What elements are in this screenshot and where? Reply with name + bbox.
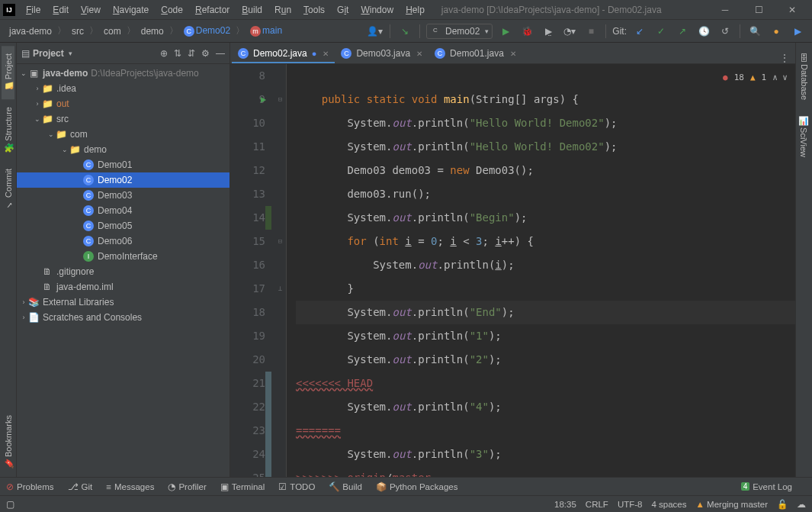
- hide-panel-icon[interactable]: —: [216, 48, 225, 59]
- tree-interface[interactable]: IDemoInterface: [17, 249, 229, 264]
- tool-git[interactable]: ⎇Git: [68, 481, 93, 492]
- expand-all-icon[interactable]: ⇅: [174, 48, 181, 59]
- menu-refactor[interactable]: Refactor: [189, 2, 236, 18]
- tree-scratch[interactable]: ›📄Scratches and Consoles: [17, 310, 229, 325]
- tool-build[interactable]: 🔨Build: [329, 481, 362, 492]
- tree-src[interactable]: ⌄📁src: [17, 111, 229, 127]
- git-history-icon[interactable]: 🕓: [695, 23, 712, 40]
- menu-window[interactable]: Window: [355, 2, 400, 18]
- fold-column[interactable]: ⊟ ⊟⊥: [274, 64, 287, 477]
- status-encoding[interactable]: UTF-8: [618, 500, 643, 509]
- crumb-method[interactable]: mmain: [247, 24, 285, 38]
- maximize-icon[interactable]: ☐: [742, 5, 775, 15]
- tool-profiler[interactable]: ◔Profiler: [168, 481, 206, 492]
- crumb-com[interactable]: com: [101, 24, 124, 38]
- panel-dropdown-icon[interactable]: ▾: [69, 50, 72, 57]
- profile-icon[interactable]: ◔▾: [561, 23, 578, 40]
- tool-problems[interactable]: ⊘Problems: [6, 481, 54, 492]
- status-position[interactable]: 18:35: [554, 500, 576, 509]
- bottom-tool-bar: ⊘Problems ⎇Git ≡Messages ◔Profiler ▣Term…: [0, 477, 812, 495]
- tree-out[interactable]: ›📁out: [17, 96, 229, 111]
- run-gutter-icon[interactable]: ▶: [261, 88, 266, 111]
- sidetab-sciview[interactable]: 📊 SciView: [798, 108, 810, 165]
- editor[interactable]: ●18 ▲1 ∧ ∨ 8 ▶9 10 11 12 13 14 15 16 17 …: [230, 64, 795, 477]
- collapse-all-icon[interactable]: ⇵: [188, 48, 195, 59]
- crumb-demo[interactable]: demo: [138, 24, 167, 38]
- status-incoming-icon[interactable]: ☁: [797, 499, 806, 510]
- status-lineend[interactable]: CRLF: [586, 500, 608, 509]
- project-panel: ▤ Project ▾ ⊕ ⇅ ⇵ ⚙ — ⌄▣java-demoD:\Idea…: [17, 43, 230, 477]
- tree-idea[interactable]: ›📁.idea: [17, 81, 229, 96]
- sidetab-commit[interactable]: ✓ Commit: [2, 161, 14, 217]
- tree-root[interactable]: ⌄▣java-demoD:\IdeaProjects\java-demo: [17, 66, 229, 81]
- tree-com[interactable]: ⌄📁com: [17, 127, 229, 142]
- menu-code[interactable]: Code: [155, 2, 189, 18]
- make-project-icon[interactable]: ↘: [396, 23, 413, 40]
- tree-class[interactable]: CDemo04: [17, 203, 229, 218]
- left-tool-stripe: 📁 Project 🧩 Structure ✓ Commit 🔖 Bookmar…: [0, 43, 17, 477]
- code-text[interactable]: public static void main(String[] args) {…: [287, 64, 795, 477]
- git-push-icon[interactable]: ↗: [674, 23, 691, 40]
- status-lock-icon[interactable]: 🔓: [777, 499, 788, 510]
- tool-todo[interactable]: ☑TODO: [278, 481, 315, 492]
- status-bar: ▢ 18:35 CRLF UTF-8 4 spaces ▲ Merging ma…: [0, 495, 812, 512]
- status-quick-icon[interactable]: ▢: [6, 499, 14, 510]
- inspection-overview[interactable]: ●18 ▲1 ∧ ∨: [723, 66, 788, 89]
- tool-terminal[interactable]: ▣Terminal: [220, 481, 265, 492]
- crumb-src[interactable]: src: [69, 24, 87, 38]
- project-tree[interactable]: ⌄▣java-demoD:\IdeaProjects\java-demo ›📁.…: [17, 64, 229, 327]
- coverage-icon[interactable]: ▶̤: [540, 23, 557, 40]
- tree-class[interactable]: CDemo05: [17, 218, 229, 233]
- menu-view[interactable]: View: [75, 2, 107, 18]
- minimize-icon[interactable]: ─: [708, 5, 742, 15]
- git-commit-icon[interactable]: ✓: [653, 23, 669, 40]
- tree-class[interactable]: CDemo03: [17, 188, 229, 203]
- menu-file[interactable]: File: [20, 2, 47, 18]
- menu-navigate[interactable]: Navigate: [107, 2, 155, 18]
- app-logo: IJ: [3, 4, 15, 16]
- user-icon[interactable]: 👤▾: [367, 23, 384, 40]
- ide-settings-icon[interactable]: ●: [768, 23, 785, 40]
- menu-git[interactable]: Git: [331, 2, 355, 18]
- tool-python[interactable]: 📦Python Packages: [376, 481, 458, 492]
- tab-demo02[interactable]: CDemo02.java●✕: [232, 45, 335, 63]
- select-opened-icon[interactable]: ⊕: [160, 48, 168, 59]
- breadcrumb: java-demo〉 src〉 com〉 demo〉 CDemo02〉 mmai…: [6, 24, 285, 38]
- status-indent[interactable]: 4 spaces: [651, 500, 686, 509]
- tree-class-selected[interactable]: CDemo02: [17, 172, 229, 188]
- learn-icon[interactable]: ▶: [789, 23, 806, 40]
- tree-class[interactable]: CDemo06: [17, 233, 229, 249]
- menu-build[interactable]: Build: [236, 2, 268, 18]
- tree-class[interactable]: CDemo01: [17, 157, 229, 172]
- tool-eventlog[interactable]: 4Event Log: [741, 482, 792, 491]
- debug-icon[interactable]: 🐞: [518, 23, 535, 40]
- sidetab-structure[interactable]: 🧩 Structure: [2, 99, 14, 161]
- tree-extlib[interactable]: ›📚External Libraries: [17, 295, 229, 310]
- status-merge[interactable]: ▲ Merging master: [696, 500, 768, 509]
- search-icon[interactable]: 🔍: [746, 23, 763, 40]
- crumb-class[interactable]: CDemo02: [181, 24, 233, 38]
- menu-tools[interactable]: Tools: [297, 2, 331, 18]
- sidetab-bookmarks[interactable]: 🔖 Bookmarks: [2, 407, 14, 477]
- tool-messages[interactable]: ≡Messages: [106, 482, 154, 491]
- menu-help[interactable]: Help: [400, 2, 431, 18]
- tree-gitignore[interactable]: 🗎.gitignore: [17, 264, 229, 279]
- tree-iml[interactable]: 🗎java-demo.iml: [17, 279, 229, 295]
- menubar: IJ File Edit View Navigate Code Refactor…: [0, 0, 812, 20]
- tab-demo01[interactable]: CDemo01.java✕: [428, 45, 522, 63]
- close-icon[interactable]: ✕: [775, 5, 809, 15]
- sidetab-project[interactable]: 📁 Project: [2, 46, 14, 99]
- crumb-project[interactable]: java-demo: [6, 24, 55, 38]
- run-configuration[interactable]: CDemo02: [426, 24, 493, 39]
- menu-edit[interactable]: Edit: [47, 2, 75, 18]
- tab-demo03[interactable]: CDemo03.java✕: [335, 45, 428, 63]
- panel-settings-icon[interactable]: ⚙: [201, 48, 210, 59]
- git-pull-icon[interactable]: ↙: [631, 23, 648, 40]
- git-rollback-icon[interactable]: ↺: [717, 23, 733, 40]
- tree-demo[interactable]: ⌄📁demo: [17, 142, 229, 157]
- sidetab-database[interactable]: 🗄 Database: [798, 46, 810, 108]
- tab-list-icon[interactable]: ⋮: [774, 53, 795, 63]
- menu-run[interactable]: Run: [268, 2, 297, 18]
- stop-icon[interactable]: ■: [583, 23, 599, 40]
- run-icon[interactable]: ▶: [497, 23, 514, 40]
